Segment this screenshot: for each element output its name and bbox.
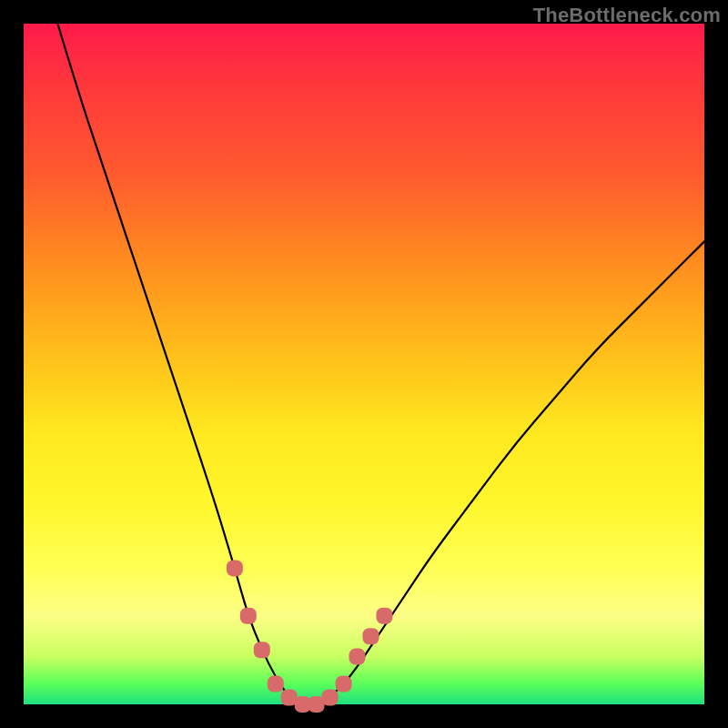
marker-point bbox=[240, 608, 257, 624]
bottleneck-curve bbox=[57, 24, 704, 704]
marker-point bbox=[363, 628, 379, 644]
marker-point bbox=[268, 676, 284, 693]
watermark-text: TheBottleneck.com bbox=[533, 4, 721, 27]
marker-point bbox=[254, 642, 270, 658]
plot-area bbox=[24, 24, 704, 704]
highlight-markers bbox=[227, 560, 393, 713]
chart-svg bbox=[24, 24, 704, 704]
chart-frame: TheBottleneck.com bbox=[0, 0, 728, 728]
marker-point bbox=[349, 649, 366, 665]
marker-point bbox=[376, 608, 392, 624]
marker-point bbox=[336, 676, 352, 693]
marker-point bbox=[227, 560, 243, 576]
marker-point bbox=[322, 690, 339, 706]
